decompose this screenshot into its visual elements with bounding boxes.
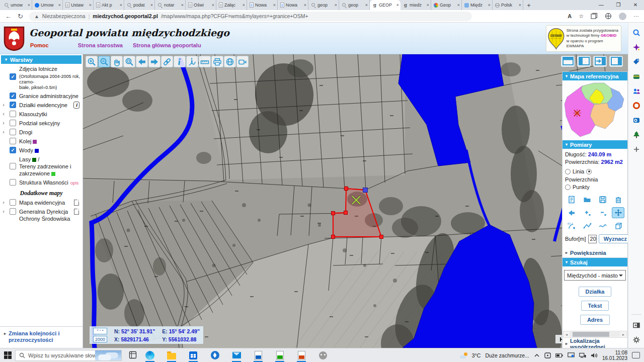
zoom-window-button[interactable] xyxy=(123,56,135,67)
expand-arrow-icon[interactable] xyxy=(0,111,7,118)
sidebar-add-icon[interactable] xyxy=(632,145,640,153)
move-vertex-button[interactable] xyxy=(612,207,624,218)
close-tab-icon[interactable]: × xyxy=(426,3,430,8)
info-icon[interactable] xyxy=(73,102,79,109)
new-tab-button[interactable]: + xyxy=(523,0,534,10)
document-icon[interactable] xyxy=(74,209,79,215)
globe-button[interactable] xyxy=(224,56,236,67)
read-aloud-icon[interactable]: A xyxy=(568,13,572,19)
starostwo-link[interactable]: Strona starostwa xyxy=(78,42,123,49)
close-tab-icon[interactable]: × xyxy=(242,3,246,8)
restore-button[interactable]: ❐ xyxy=(610,0,627,10)
layer-checkbox[interactable] xyxy=(10,111,16,117)
print-button[interactable] xyxy=(211,56,223,67)
save-button[interactable] xyxy=(596,194,609,205)
delete-button[interactable] xyxy=(612,194,624,205)
buffer-input[interactable]: 20 xyxy=(588,235,597,243)
horizontal-scrollbar[interactable]: ◂ ▸ xyxy=(563,331,627,338)
close-tab-icon[interactable]: × xyxy=(89,3,92,8)
browser-essentials-icon[interactable] xyxy=(605,13,612,20)
measure-button[interactable] xyxy=(199,56,211,67)
close-tab-icon[interactable]: × xyxy=(488,3,491,8)
close-tab-icon[interactable]: × xyxy=(211,3,215,8)
browser-tab[interactable]: Nowa× xyxy=(278,0,308,10)
camera-button[interactable] xyxy=(236,56,249,67)
weather-temp[interactable]: 3°C xyxy=(472,352,481,358)
browser-tab[interactable]: Polsk× xyxy=(493,0,523,10)
close-tab-icon[interactable]: × xyxy=(334,3,338,8)
layer-checkbox[interactable] xyxy=(10,208,16,215)
layer-order-link[interactable]: ▸ Zmiana kolejności iprzezroczystości xyxy=(0,326,83,348)
scale-2000-button[interactable]: 2000 xyxy=(93,336,107,342)
map-viewport[interactable]: ▾Mapa referencyjna xyxy=(83,54,628,348)
search-parcel-button[interactable]: Działka xyxy=(579,287,612,297)
document-icon[interactable] xyxy=(74,200,79,206)
layer-checkbox[interactable] xyxy=(10,129,16,135)
geoportal-home-link[interactable]: Strona główna geoportalu xyxy=(133,42,201,49)
add-vertex-button[interactable] xyxy=(581,207,594,218)
layer-checkbox[interactable] xyxy=(10,120,16,126)
hidden-icons-chevron[interactable] xyxy=(534,353,540,358)
browser-tab[interactable]: miedz× xyxy=(400,0,431,10)
file-explorer-app-button[interactable] xyxy=(166,348,178,362)
reference-map-header[interactable]: ▾Mapa referencyjna xyxy=(562,72,627,80)
layer-checkbox[interactable] xyxy=(10,73,16,80)
radio-area[interactable] xyxy=(586,169,592,174)
map-canvas[interactable] xyxy=(83,54,628,348)
close-tab-icon[interactable]: × xyxy=(273,3,276,8)
sidebar-office-icon[interactable] xyxy=(632,102,640,110)
close-tab-icon[interactable]: × xyxy=(365,3,368,8)
minimize-button[interactable]: — xyxy=(593,0,610,10)
notification-center-icon[interactable] xyxy=(632,352,640,358)
back-icon[interactable]: ← xyxy=(5,13,12,20)
layout-right-button[interactable] xyxy=(609,56,623,67)
scrollbar-thumb[interactable] xyxy=(573,332,609,337)
address-bar[interactable]: ▲ Niezabezpieczona | miedzychod.geoporta… xyxy=(29,12,472,21)
impress-app-button[interactable] xyxy=(295,348,307,362)
sidebar-copilot-icon[interactable] xyxy=(632,43,640,51)
info-button[interactable] xyxy=(174,56,186,67)
expand-arrow-icon[interactable] xyxy=(0,102,7,109)
expand-arrow-icon[interactable] xyxy=(0,120,7,127)
reference-minimap[interactable] xyxy=(563,81,627,140)
network-icon[interactable] xyxy=(579,352,586,358)
browser-tab[interactable]: Nowa× xyxy=(247,0,278,10)
volume-cube-button[interactable] xyxy=(612,220,624,231)
scroll-right-arrow-icon[interactable]: ▸ xyxy=(620,332,626,337)
app-tray-icon[interactable] xyxy=(544,352,551,358)
browser-tab[interactable]: podat× xyxy=(124,0,155,10)
layer-checkbox[interactable] xyxy=(10,147,16,153)
browser-tab[interactable]: Umow× xyxy=(32,0,63,10)
layer-checkbox[interactable] xyxy=(10,179,16,186)
battery-icon[interactable] xyxy=(555,353,563,358)
undo-point-button[interactable] xyxy=(566,207,578,218)
browser-tab-active[interactable]: GEOP× xyxy=(370,0,400,10)
radio-points[interactable] xyxy=(565,185,571,190)
maps-app-button[interactable] xyxy=(209,348,221,362)
browser-tab[interactable]: Oświ× xyxy=(186,0,216,10)
edge-app-button[interactable] xyxy=(144,348,156,362)
next-view-button[interactable] xyxy=(148,56,160,67)
browser-tab[interactable]: Ustaw× xyxy=(63,0,94,10)
display-cast-icon[interactable] xyxy=(568,352,575,358)
layout-top-button[interactable] xyxy=(561,56,575,67)
previous-view-button[interactable] xyxy=(136,56,148,67)
search-text-button[interactable]: Tekst xyxy=(581,301,609,311)
sidebar-wallet-icon[interactable] xyxy=(632,72,640,80)
refresh-icon[interactable]: ↻ xyxy=(18,13,23,20)
task-view-button[interactable] xyxy=(129,351,137,360)
close-tab-icon[interactable]: × xyxy=(181,3,184,8)
open-button[interactable] xyxy=(581,194,594,205)
dms-format-button[interactable]: ° ' " xyxy=(93,328,107,334)
angle-measure-button[interactable]: 47.1 xyxy=(566,220,578,231)
close-tab-icon[interactable]: × xyxy=(457,3,460,8)
favorites-star-icon[interactable]: ☆ xyxy=(579,13,584,20)
mail-app-button[interactable] xyxy=(230,348,243,362)
link-button[interactable] xyxy=(161,56,173,67)
polyline-button[interactable] xyxy=(581,220,594,231)
sidebar-people-icon[interactable] xyxy=(632,87,640,95)
zoom-in-button[interactable] xyxy=(86,56,98,67)
reference-map-body[interactable] xyxy=(562,80,627,140)
profile-avatar[interactable] xyxy=(619,13,626,20)
browser-tab[interactable]: Załąc× xyxy=(216,0,247,10)
